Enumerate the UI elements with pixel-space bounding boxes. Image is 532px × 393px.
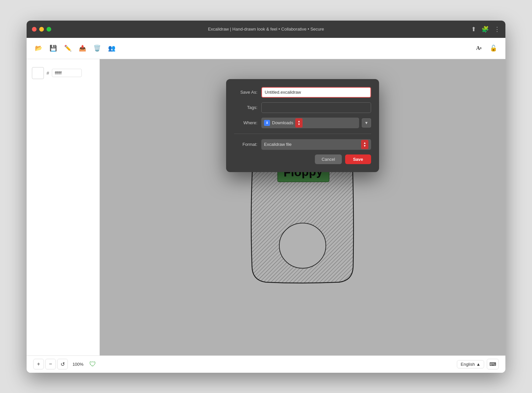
zoom-level-display: 100% xyxy=(70,362,85,367)
color-value-input[interactable] xyxy=(52,69,82,77)
where-stepper[interactable]: ▲ ▼ xyxy=(295,118,303,128)
color-picker-row: # xyxy=(32,67,94,79)
text-style-button[interactable]: A8 xyxy=(472,42,485,55)
language-chevron-icon: ▲ xyxy=(476,362,480,367)
cancel-button[interactable]: Cancel xyxy=(315,154,341,164)
where-select[interactable]: ⬇ Downloads ▲ ▼ xyxy=(261,118,359,128)
left-panel: # xyxy=(27,59,100,355)
where-value: Downloads xyxy=(272,120,293,125)
keyboard-icon[interactable]: ⌨ xyxy=(487,359,499,369)
zoom-reset-button[interactable]: ↺ xyxy=(57,359,68,369)
stepper-down-icon: ▼ xyxy=(298,123,301,126)
dialog-divider xyxy=(234,134,371,134)
puzzle-icon[interactable]: 🧩 xyxy=(481,26,489,33)
lock-button[interactable]: 🔓 xyxy=(487,42,500,55)
toolbar: 📂 💾 ✏️ 📤 🗑️ 👥 A8 🔓 xyxy=(27,38,505,59)
format-stepper-down-icon: ▼ xyxy=(363,145,366,147)
titlebar: Excalidraw | Hand-drawn look & feel • Co… xyxy=(27,21,505,38)
delete-button[interactable]: 🗑️ xyxy=(90,42,104,55)
where-label: Where: xyxy=(234,120,257,125)
minimize-button[interactable] xyxy=(39,27,44,32)
tags-input[interactable] xyxy=(261,102,371,113)
save-as-label: Save As: xyxy=(234,90,257,95)
close-button[interactable] xyxy=(32,27,37,32)
filename-input[interactable] xyxy=(261,87,371,98)
window-title: Excalidraw | Hand-drawn look & feel • Co… xyxy=(208,27,324,32)
keyboard-symbol: ⌨ xyxy=(489,361,496,367)
dialog-buttons: Cancel Save xyxy=(234,154,371,164)
shield-icon: 🛡 xyxy=(89,360,96,368)
save-dialog: Save As: Tags: Where: ⬇ xyxy=(226,79,379,172)
where-expand-button[interactable]: ▼ xyxy=(362,118,371,128)
menu-icon[interactable]: ⋮ xyxy=(494,26,500,33)
downloads-folder-icon: ⬇ xyxy=(264,120,270,126)
save-button[interactable]: 💾 xyxy=(47,42,60,55)
fullscreen-button[interactable] xyxy=(47,27,51,32)
chevron-down-icon: ▼ xyxy=(364,121,368,125)
zoom-out-button[interactable]: − xyxy=(45,359,56,369)
share-icon[interactable]: ⬆ xyxy=(471,26,476,33)
modal-overlay: Save As: Tags: Where: ⬇ xyxy=(100,59,505,355)
format-stepper[interactable]: ▲ ▼ xyxy=(361,140,368,149)
where-row: Where: ⬇ Downloads ▲ ▼ ▼ xyxy=(234,118,371,128)
color-swatch[interactable] xyxy=(32,67,44,79)
save-as-row: Save As: xyxy=(234,87,371,98)
language-label: English xyxy=(461,362,475,367)
zoom-controls: + − ↺ 100% xyxy=(33,359,87,369)
zoom-in-button[interactable]: + xyxy=(33,359,44,369)
language-selector[interactable]: English ▲ xyxy=(457,360,484,368)
share-users-button[interactable]: 👥 xyxy=(105,42,118,55)
export-button[interactable]: 📤 xyxy=(76,42,89,55)
open-folder-button[interactable]: 📂 xyxy=(32,42,45,55)
titlebar-actions: ⬆ 🧩 ⋮ xyxy=(471,26,500,33)
tags-label: Tags: xyxy=(234,105,257,110)
mac-window: Excalidraw | Hand-drawn look & feel • Co… xyxy=(27,21,505,373)
format-label: Format: xyxy=(234,142,257,147)
format-value: Excalidraw file xyxy=(264,142,359,147)
save-confirm-button[interactable]: Save xyxy=(345,154,371,164)
tags-row: Tags: xyxy=(234,102,371,113)
edit-button[interactable]: ✏️ xyxy=(61,42,74,55)
bottom-right: English ▲ ⌨ xyxy=(457,359,499,369)
bottom-bar: + − ↺ 100% 🛡 English ▲ ⌨ xyxy=(27,355,505,373)
canvas-area[interactable]: Floppy Save As: Tags: xyxy=(100,59,505,355)
traffic-lights xyxy=(32,27,51,32)
format-select[interactable]: Excalidraw file ▲ ▼ xyxy=(261,139,371,150)
color-hash-symbol: # xyxy=(47,70,49,76)
format-row: Format: Excalidraw file ▲ ▼ xyxy=(234,139,371,150)
app-body: # xyxy=(27,59,505,355)
